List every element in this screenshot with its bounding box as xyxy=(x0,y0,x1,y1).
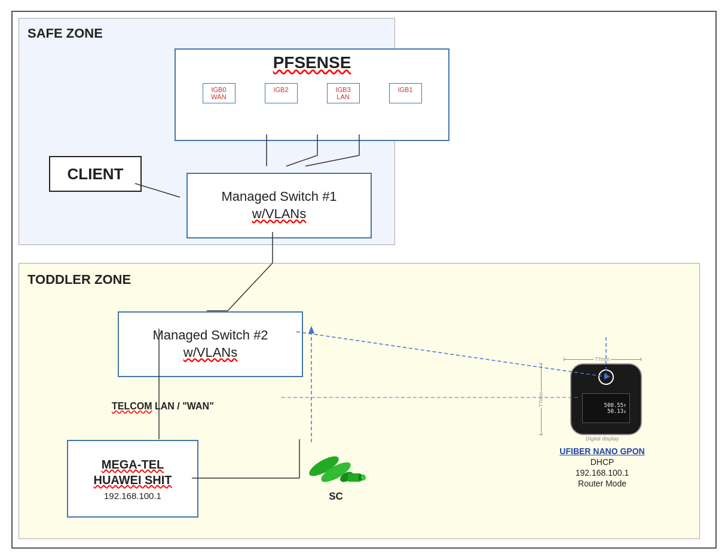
ufiber-screen-line1: 500.55↑ xyxy=(604,402,627,408)
ufiber-screen: 500.55↑ 50.13↓ xyxy=(582,393,630,423)
telcom-label: TELCOM LAN / "WAN" xyxy=(112,401,214,412)
port-igb0: IGB0WAN xyxy=(203,83,235,103)
pfsense-box: PFSENSE IGB0WAN IGB2 IGB3LAN IGB1 xyxy=(175,48,449,141)
ruler-side-label: 77mm xyxy=(538,391,544,408)
megatel-box: MEGA-TEL HUAWEI SHIT 192.168.100.1 xyxy=(67,440,198,518)
sc-connector-icon xyxy=(306,447,366,486)
ufiber-device: 500.55↑ 50.13↓ xyxy=(570,363,642,435)
toddler-zone: TODDLER ZONE Managed Switch #2 w/VLANs T… xyxy=(19,263,700,539)
ufiber-area: 77mm 77mm 500.55↑ 50. xyxy=(538,356,666,488)
ufiber-dhcp: DHCP xyxy=(538,457,666,467)
switch2-label: Managed Switch #2 w/VLANs xyxy=(152,327,268,361)
svg-point-5 xyxy=(361,475,366,481)
switch1-box: Managed Switch #1 w/VLANs xyxy=(186,173,372,238)
safe-zone-label: SAFE ZONE xyxy=(27,26,103,41)
switch2-box: Managed Switch #2 w/VLANs xyxy=(118,311,303,377)
diagram-container: SAFE ZONE PFSENSE IGB0WAN IGB2 IGB3LAN I… xyxy=(11,11,717,549)
safe-zone: SAFE ZONE PFSENSE IGB0WAN IGB2 IGB3LAN I… xyxy=(19,18,395,245)
port-igb2: IGB2 xyxy=(265,83,298,103)
ufiber-mode: Router Mode xyxy=(538,479,666,488)
toddler-zone-label: TODDLER ZONE xyxy=(27,272,131,287)
port-igb1: IGB1 xyxy=(389,83,422,103)
pfsense-label: PFSENSE xyxy=(176,53,448,72)
megatel-ip: 192.168.100.1 xyxy=(104,491,161,501)
ufiber-ip: 192.168.100.1 xyxy=(538,468,666,478)
client-label: CLIENT xyxy=(68,165,124,183)
switch1-label: Managed Switch #1 w/VLANs xyxy=(221,188,337,222)
port-igb3: IGB3LAN xyxy=(327,83,360,103)
pfsense-ports: IGB0WAN IGB2 IGB3LAN IGB1 xyxy=(176,83,448,103)
ufiber-label: UFIBER NANO GPON xyxy=(538,446,666,456)
ufiber-screen-line2: 50.13↓ xyxy=(607,408,627,414)
client-box: CLIENT xyxy=(49,156,142,192)
digital-display-label: Digital display xyxy=(538,436,666,442)
sc-label: SC xyxy=(306,491,366,503)
megatel-label: MEGA-TEL HUAWEI SHIT xyxy=(93,457,172,488)
ruler-top: 77mm xyxy=(564,356,641,362)
sc-area: SC xyxy=(306,447,366,503)
ruler-top-label: 77mm xyxy=(594,356,611,362)
ruler-side: 77mm xyxy=(538,363,544,435)
